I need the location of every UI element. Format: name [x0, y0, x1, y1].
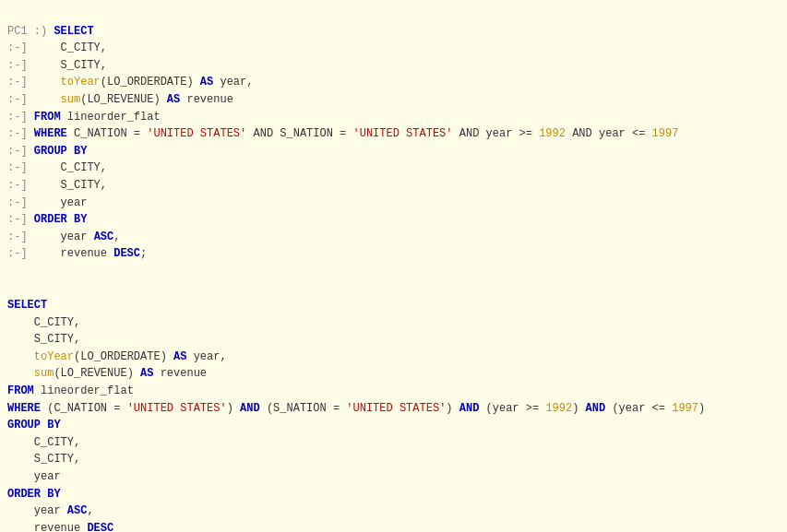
groupby2: GROUP BY: [7, 419, 61, 432]
orderby2: ORDER BY: [7, 488, 61, 501]
line-7: :-] GROUP BY: [7, 145, 87, 158]
ccity2: C_CITY,: [7, 316, 80, 329]
line-pc1: PC1 :) SELECT: [7, 25, 94, 38]
gb-ccity: C_CITY,: [7, 436, 80, 449]
ob-revenue: revenue DESC: [7, 522, 113, 532]
select2: SELECT: [7, 299, 47, 312]
from2: FROM lineorder_flat: [7, 384, 134, 397]
line-13: :-] revenue DESC;: [7, 247, 147, 260]
scity2: S_CITY,: [7, 333, 80, 346]
gb-scity: S_CITY,: [7, 453, 80, 466]
line-8: :-] C_CITY,: [7, 161, 107, 174]
sum2: sum(LO_REVENUE) AS revenue: [7, 367, 207, 380]
line-9: :-] S_CITY,: [7, 179, 107, 192]
line-10: :-] year: [7, 196, 87, 209]
line-3: :-] toYear(LO_ORDERDATE) AS year,: [7, 76, 253, 89]
blank-line: [7, 282, 14, 295]
gb-year: year: [7, 470, 61, 483]
line-1: :-] C_CITY,: [7, 41, 107, 54]
toyear2: toYear(LO_ORDERDATE) AS year,: [7, 350, 227, 363]
where2: WHERE (C_NATION = 'UNITED STATES') AND (…: [7, 402, 705, 415]
code-editor: PC1 :) SELECT :-] C_CITY, :-] S_CITY, :-…: [0, 0, 787, 532]
ob-year: year ASC,: [7, 504, 94, 517]
line-5: :-] FROM lineorder_flat: [7, 111, 161, 124]
line-2: :-] S_CITY,: [7, 59, 107, 72]
line-4: :-] sum(LO_REVENUE) AS revenue: [7, 93, 233, 106]
line-12: :-] year ASC,: [7, 231, 120, 243]
line-6: :-] WHERE C_NATION = 'UNITED STATES' AND…: [7, 127, 678, 140]
line-11: :-] ORDER BY: [7, 213, 87, 226]
